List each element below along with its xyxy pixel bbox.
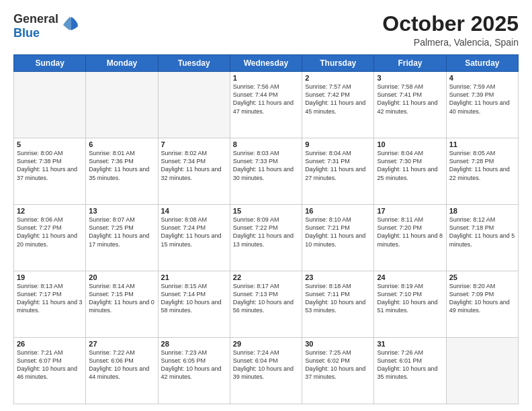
day-info: Sunrise: 8:06 AM Sunset: 7:27 PM Dayligh… (17, 216, 83, 248)
day-info: Sunrise: 8:18 AM Sunset: 7:11 PM Dayligh… (305, 282, 371, 315)
sunset: Sunset: 7:17 PM (17, 291, 62, 298)
sunrise: Sunrise: 8:08 AM (161, 216, 208, 223)
daylight-label: Daylight: 11 hours and 40 minutes. (449, 99, 510, 114)
sunset: Sunset: 7:27 PM (17, 224, 62, 231)
daylight-label: Daylight: 11 hours and 47 minutes. (233, 99, 294, 114)
sunrise: Sunrise: 8:11 AM (377, 216, 423, 223)
day-number: 25 (449, 273, 515, 281)
day-number: 2 (305, 74, 371, 82)
table-row: 28 Sunrise: 7:23 AM Sunset: 6:05 PM Dayl… (158, 338, 230, 404)
day-info: Sunrise: 8:02 AM Sunset: 7:34 PM Dayligh… (161, 149, 227, 182)
sunset: Sunset: 7:33 PM (233, 158, 278, 165)
day-number: 16 (305, 207, 371, 215)
sunrise: Sunrise: 8:20 AM (449, 283, 496, 289)
daylight-label: Daylight: 11 hours and 45 minutes. (305, 99, 365, 114)
table-row (446, 338, 518, 404)
table-row: 5 Sunrise: 8:00 AM Sunset: 7:38 PM Dayli… (14, 138, 86, 205)
daylight-label: Daylight: 11 hours and 27 minutes. (305, 166, 365, 181)
day-info: Sunrise: 8:00 AM Sunset: 7:38 PM Dayligh… (17, 149, 83, 182)
col-saturday: Saturday (446, 55, 518, 72)
daylight-label: Daylight: 10 hours and 35 minutes. (377, 365, 437, 380)
sunset: Sunset: 6:07 PM (17, 357, 62, 364)
day-number: 11 (449, 140, 515, 148)
table-row: 31 Sunrise: 7:26 AM Sunset: 6:01 PM Dayl… (374, 338, 446, 404)
sunrise: Sunrise: 8:19 AM (377, 283, 423, 289)
day-info: Sunrise: 7:58 AM Sunset: 7:41 PM Dayligh… (377, 83, 443, 116)
sunset: Sunset: 7:39 PM (449, 91, 494, 98)
day-info: Sunrise: 8:03 AM Sunset: 7:33 PM Dayligh… (233, 149, 299, 182)
logo-general: General (13, 12, 58, 26)
table-row: 22 Sunrise: 8:17 AM Sunset: 7:13 PM Dayl… (230, 271, 302, 338)
day-number: 23 (305, 273, 371, 281)
day-info: Sunrise: 7:23 AM Sunset: 6:05 PM Dayligh… (161, 349, 227, 381)
day-number: 28 (161, 340, 227, 348)
sunrise: Sunrise: 7:56 AM (233, 83, 279, 90)
table-row: 18 Sunrise: 8:12 AM Sunset: 7:18 PM Dayl… (446, 205, 518, 271)
day-info: Sunrise: 8:17 AM Sunset: 7:13 PM Dayligh… (233, 282, 299, 315)
table-row: 7 Sunrise: 8:02 AM Sunset: 7:34 PM Dayli… (158, 138, 230, 205)
daylight-label: Daylight: 11 hours and 3 minutes. (17, 299, 83, 314)
day-number: 4 (449, 74, 515, 82)
day-info: Sunrise: 7:21 AM Sunset: 6:07 PM Dayligh… (17, 349, 83, 381)
table-row: 4 Sunrise: 7:59 AM Sunset: 7:39 PM Dayli… (446, 72, 518, 138)
sunset: Sunset: 7:14 PM (161, 291, 206, 298)
sunrise: Sunrise: 8:17 AM (233, 283, 279, 289)
sunrise: Sunrise: 8:05 AM (449, 150, 496, 156)
sunrise: Sunrise: 8:02 AM (161, 150, 208, 156)
sunset: Sunset: 7:18 PM (449, 224, 494, 231)
day-info: Sunrise: 7:59 AM Sunset: 7:39 PM Dayligh… (449, 83, 515, 116)
sunset: Sunset: 7:41 PM (377, 91, 422, 98)
day-info: Sunrise: 8:11 AM Sunset: 7:20 PM Dayligh… (377, 216, 443, 248)
sunrise: Sunrise: 7:25 AM (305, 349, 351, 356)
sunset: Sunset: 7:42 PM (305, 91, 350, 98)
table-row: 2 Sunrise: 7:57 AM Sunset: 7:42 PM Dayli… (302, 72, 374, 138)
calendar: Sunday Monday Tuesday Wednesday Thursday… (13, 54, 519, 404)
sunset: Sunset: 6:05 PM (161, 357, 206, 364)
col-wednesday: Wednesday (230, 55, 302, 72)
daylight-label: Daylight: 10 hours and 51 minutes. (377, 299, 437, 314)
month-year: October 2025 (382, 12, 519, 36)
day-info: Sunrise: 7:25 AM Sunset: 6:02 PM Dayligh… (305, 349, 371, 381)
daylight-label: Daylight: 11 hours and 32 minutes. (161, 166, 222, 181)
day-info: Sunrise: 8:07 AM Sunset: 7:25 PM Dayligh… (89, 216, 154, 248)
sunset: Sunset: 7:44 PM (233, 91, 278, 98)
sunset: Sunset: 7:24 PM (161, 224, 206, 231)
table-row: 24 Sunrise: 8:19 AM Sunset: 7:10 PM Dayl… (374, 271, 446, 338)
sunrise: Sunrise: 7:59 AM (449, 83, 496, 90)
calendar-week-row: 12 Sunrise: 8:06 AM Sunset: 7:27 PM Dayl… (14, 205, 519, 271)
sunset: Sunset: 7:30 PM (377, 158, 422, 165)
day-info: Sunrise: 8:04 AM Sunset: 7:30 PM Dayligh… (377, 149, 443, 182)
table-row: 27 Sunrise: 7:22 AM Sunset: 6:06 PM Dayl… (86, 338, 158, 404)
table-row: 19 Sunrise: 8:13 AM Sunset: 7:17 PM Dayl… (14, 271, 86, 338)
day-number: 9 (305, 140, 371, 148)
sunset: Sunset: 7:13 PM (233, 291, 278, 298)
sunrise: Sunrise: 8:03 AM (233, 150, 279, 156)
sunset: Sunset: 7:11 PM (305, 291, 350, 298)
sunset: Sunset: 7:10 PM (377, 291, 422, 298)
day-info: Sunrise: 8:05 AM Sunset: 7:28 PM Dayligh… (449, 149, 515, 182)
day-info: Sunrise: 7:22 AM Sunset: 6:06 PM Dayligh… (89, 349, 154, 381)
col-tuesday: Tuesday (158, 55, 230, 72)
sunset: Sunset: 7:38 PM (17, 158, 62, 165)
day-number: 12 (17, 207, 83, 215)
daylight-label: Daylight: 11 hours and 13 minutes. (233, 232, 294, 247)
daylight-label: Daylight: 10 hours and 37 minutes. (305, 365, 365, 380)
daylight-label: Daylight: 11 hours and 25 minutes. (377, 166, 437, 181)
day-number: 10 (377, 140, 443, 148)
daylight-label: Daylight: 11 hours and 42 minutes. (377, 99, 437, 114)
day-info: Sunrise: 8:10 AM Sunset: 7:21 PM Dayligh… (305, 216, 371, 248)
table-row (86, 72, 158, 138)
calendar-week-row: 19 Sunrise: 8:13 AM Sunset: 7:17 PM Dayl… (14, 271, 519, 338)
sunset: Sunset: 7:31 PM (305, 158, 350, 165)
sunrise: Sunrise: 8:09 AM (233, 216, 279, 223)
table-row: 1 Sunrise: 7:56 AM Sunset: 7:44 PM Dayli… (230, 72, 302, 138)
table-row: 13 Sunrise: 8:07 AM Sunset: 7:25 PM Dayl… (86, 205, 158, 271)
location: Palmera, Valencia, Spain (382, 37, 519, 48)
sunrise: Sunrise: 8:00 AM (17, 150, 63, 156)
day-number: 31 (377, 340, 443, 348)
table-row: 16 Sunrise: 8:10 AM Sunset: 7:21 PM Dayl… (302, 205, 374, 271)
day-info: Sunrise: 7:24 AM Sunset: 6:04 PM Dayligh… (233, 349, 299, 381)
day-number: 26 (17, 340, 83, 348)
table-row: 12 Sunrise: 8:06 AM Sunset: 7:27 PM Dayl… (14, 205, 86, 271)
day-info: Sunrise: 8:14 AM Sunset: 7:15 PM Dayligh… (89, 282, 154, 315)
